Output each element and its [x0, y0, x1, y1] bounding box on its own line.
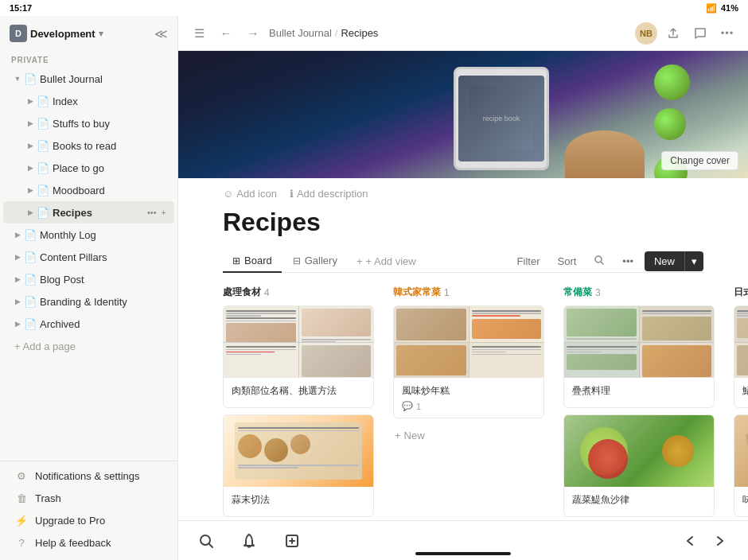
sidebar-item-place-to-go[interactable]: ▶ 📄 Place to go ••• +	[3, 157, 174, 179]
search-button[interactable]	[197, 532, 215, 550]
avatar[interactable]: NB	[635, 22, 657, 45]
add-icon[interactable]: +	[160, 72, 168, 85]
add-icon[interactable]: +	[160, 117, 168, 130]
board-card[interactable]: 蒜末切法	[223, 414, 374, 517]
sidebar-item-archived[interactable]: ▶ 📄 Archived ••• +	[3, 313, 174, 335]
more-icon[interactable]: •••	[146, 139, 158, 152]
sidebar-item-help[interactable]: ? Help & feedback	[3, 531, 174, 554]
sidebar-item-label: Recipes	[53, 207, 146, 219]
column-header-everyday: 常備菜 3	[563, 286, 715, 305]
sidebar-item-recipes[interactable]: ▶ 📄 Recipes ••• +	[3, 201, 174, 224]
more-icon[interactable]: •••	[146, 117, 158, 130]
tab-gallery[interactable]: ⊟ Gallery	[283, 250, 347, 273]
page-content: recipe book Change cover	[178, 51, 748, 520]
filter-button[interactable]: Filter	[511, 252, 547, 270]
add-icon[interactable]: +	[160, 139, 168, 152]
sidebar-item-books-to-read[interactable]: ▶ 📄 Books to read ••• +	[3, 134, 174, 157]
search-in-view-button[interactable]	[587, 251, 611, 271]
new-button-dropdown-icon[interactable]: ▾	[684, 251, 703, 271]
card-body: 肉類部位名稱、挑選方法	[224, 378, 373, 407]
more-icon[interactable]: •••	[146, 161, 158, 174]
sidebar-item-upgrade[interactable]: ⚡ Upgrade to Pro	[3, 509, 174, 531]
edit-button[interactable]	[283, 532, 301, 550]
more-icon[interactable]: •••	[146, 228, 158, 241]
change-cover-button[interactable]: Change cover	[661, 151, 738, 170]
main-content: ☰ ← → Bullet Journal / Recipes NB	[178, 16, 748, 560]
sidebar-item-bullet-journal[interactable]: ▼ 📄 Bullet Journal ••• +	[3, 68, 174, 90]
sidebar-item-moodboard[interactable]: ▶ 📄 Moodboard ••• +	[3, 179, 174, 201]
sidebar-item-content-pillars[interactable]: ▶ 📄 Content Pillars ••• +	[3, 246, 174, 268]
add-icon[interactable]: +	[160, 206, 168, 219]
more-options-button[interactable]: •••	[716, 22, 738, 45]
tab-board[interactable]: ⊞ Board	[223, 250, 282, 273]
breadcrumb-parent[interactable]: Bullet Journal	[269, 27, 332, 39]
sidebar-section-private: PRIVATE	[0, 51, 177, 68]
add-icon[interactable]: +	[160, 251, 168, 263]
add-icon[interactable]: +	[160, 184, 168, 196]
sidebar-item-trash[interactable]: 🗑 Trash	[3, 487, 174, 509]
add-card-label: New	[404, 430, 425, 441]
board-card[interactable]: 鯖魚冷湯麵	[734, 305, 748, 408]
back-nav-button[interactable]	[681, 532, 699, 550]
tablet-screen: recipe book	[458, 76, 544, 161]
forward-nav-button[interactable]	[711, 532, 729, 550]
menu-button[interactable]: ☰	[188, 22, 210, 45]
sidebar-item-branding-identity[interactable]: ▶ 📄 Branding & Identity ••• +	[3, 290, 174, 313]
board-card[interactable]: 疊煮料理	[563, 305, 715, 408]
add-description-button[interactable]: ℹ Add description	[290, 188, 368, 200]
card-meta: 💬 1	[402, 401, 536, 411]
add-icon[interactable]: +	[160, 161, 168, 174]
more-icon[interactable]: •••	[146, 251, 158, 263]
add-icon[interactable]: +	[160, 95, 168, 107]
sidebar-item-label: Bullet Journal	[40, 73, 146, 85]
board-columns: 處理食材 4	[223, 286, 748, 520]
page-icon: 📄	[37, 95, 49, 107]
add-icon-button[interactable]: ☺ Add icon	[223, 188, 277, 200]
notifications-button[interactable]	[240, 532, 258, 550]
bottom-bar-left	[197, 532, 301, 550]
cover-image: recipe book Change cover	[178, 51, 748, 178]
more-view-options-button[interactable]: •••	[616, 252, 640, 270]
add-view-button[interactable]: + + Add view	[349, 251, 424, 272]
workspace-name[interactable]: D Development ▾	[10, 25, 103, 42]
board-card[interactable]: 蔬菜鯷魚沙律	[563, 414, 715, 517]
board-card[interactable]: 風味炒年糕 💬 1	[393, 305, 544, 418]
new-button[interactable]: New ▾	[645, 251, 703, 271]
battery-label: 41%	[721, 3, 738, 13]
sidebar-item-monthly-log[interactable]: ▶ 📄 Monthly Log ••• +	[3, 224, 174, 246]
more-icon[interactable]: •••	[146, 95, 158, 107]
column-title-group: 韓式家常菜 1	[393, 286, 450, 299]
board-card[interactable]: 肉類部位名稱、挑選方法	[223, 305, 374, 408]
sidebar-collapse-button[interactable]: ≪	[154, 26, 168, 41]
more-icon[interactable]: •••	[146, 295, 158, 308]
sidebar-item-blog-post[interactable]: ▶ 📄 Blog Post ••• +	[3, 268, 174, 290]
page-icon: 📄	[24, 295, 37, 308]
forward-button[interactable]: →	[242, 22, 264, 45]
comment-button[interactable]	[689, 22, 711, 45]
page-icon: 📄	[24, 273, 37, 286]
add-icon[interactable]: +	[160, 273, 168, 286]
more-icon[interactable]: •••	[146, 184, 158, 196]
smiley-icon: ☺	[223, 188, 233, 200]
sidebar-item-index[interactable]: ▶ 📄 Index ••• +	[3, 90, 174, 112]
page-icon: 📄	[24, 72, 37, 85]
share-button[interactable]	[662, 22, 684, 45]
card-body: 風味炒年糕 💬 1	[394, 378, 543, 418]
add-page-button[interactable]: + Add a page	[3, 335, 174, 357]
more-icon[interactable]: •••	[146, 72, 158, 85]
more-icon[interactable]: •••	[146, 206, 158, 219]
add-icon[interactable]: +	[160, 228, 168, 241]
sort-button[interactable]: Sort	[551, 252, 582, 270]
sidebar-item-label: Books to read	[53, 140, 146, 152]
add-icon[interactable]: +	[160, 295, 168, 308]
board-card[interactable]: 味噌豬五花	[734, 414, 748, 517]
expand-arrow-icon: ▶	[11, 295, 24, 308]
back-button[interactable]: ←	[215, 22, 237, 45]
more-icon[interactable]: •••	[146, 317, 158, 330]
sidebar-item-notifications[interactable]: ⚙ Notifications & settings	[3, 465, 174, 487]
add-card-button[interactable]: + New	[393, 425, 544, 446]
sidebar-item-stuffs-to-buy[interactable]: ▶ 📄 Stuffs to buy ••• +	[3, 112, 174, 134]
workspace-icon: D	[10, 25, 27, 42]
more-icon[interactable]: •••	[146, 273, 158, 286]
add-icon[interactable]: +	[160, 317, 168, 330]
